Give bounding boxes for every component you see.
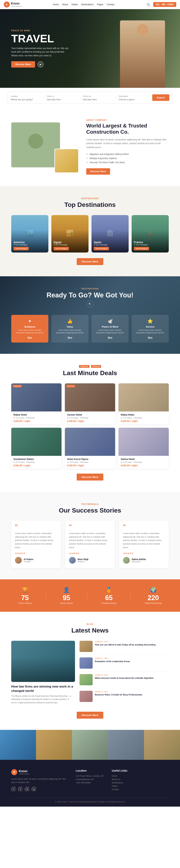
nav-home[interactable]: Home bbox=[53, 3, 59, 6]
dest-info: France 5 Tour Packages View Packages bbox=[132, 238, 169, 252]
hero-play-button[interactable]: ▶ bbox=[37, 61, 44, 67]
footer-link-about-anchor[interactable]: About Us bbox=[112, 778, 120, 780]
feature-title: Service bbox=[134, 326, 166, 328]
destination-spain[interactable]: 🏛️ Spain 3 Tour Packages View Packages bbox=[92, 215, 129, 252]
deal-image bbox=[119, 383, 169, 411]
deal-image bbox=[65, 428, 115, 456]
deal-badge: Featured bbox=[13, 385, 22, 388]
deal-location: A, 4.3 5-stars bbox=[121, 461, 132, 463]
news-item-title[interactable]: Business Plans: A Guide for Busy Profess… bbox=[95, 693, 169, 696]
stat-number: 75 bbox=[18, 594, 32, 601]
feature-more-button[interactable]: More bbox=[28, 337, 32, 339]
destinations-discover-button[interactable]: Discover More bbox=[77, 258, 103, 265]
deal-price: £180.00 / night bbox=[14, 420, 59, 423]
author-name: Salma Akhtar bbox=[132, 558, 146, 561]
nav-hotels[interactable]: Hotels bbox=[72, 3, 78, 6]
dest-button[interactable]: View Packages bbox=[14, 247, 29, 250]
news-item-date: October 21, 2024 bbox=[95, 641, 169, 643]
feature-desc: Lorem ipsum dolor sit amet, consectetur … bbox=[54, 329, 86, 334]
about-features: Migration and Integration Without Effort… bbox=[86, 152, 169, 164]
deals-header: Featured Discount Last Minute Deals bbox=[11, 365, 169, 377]
stat-label: Travel Industry bbox=[18, 602, 32, 604]
dest-info: Egypt 6 Tour Packages View Packages bbox=[51, 238, 88, 252]
destination-egypt[interactable]: 🏜️ Egypt 6 Tour Packages View Packages bbox=[51, 215, 88, 252]
logo-icon: K bbox=[4, 1, 10, 7]
news-tag: Blog bbox=[11, 623, 169, 625]
news-item-date: October 21, 2024 bbox=[95, 674, 169, 676]
footer-link-contact-anchor[interactable]: Contact bbox=[112, 788, 119, 790]
destination-input[interactable] bbox=[119, 98, 150, 101]
stories-tag: Testimonials bbox=[11, 503, 169, 505]
deals-discover-button[interactable]: Discover More bbox=[77, 473, 103, 480]
ready-search-icon[interactable]: 🔍 bbox=[87, 301, 93, 307]
social-linkedin[interactable]: in bbox=[25, 787, 30, 792]
nav-destinations[interactable]: Destinations bbox=[81, 3, 94, 6]
news-item-image bbox=[79, 657, 93, 669]
feature-value: 👍 Value Lorem ipsum dolor sit amet, cons… bbox=[51, 315, 88, 343]
deal-price: £180.00 / night bbox=[14, 464, 59, 467]
dest-button[interactable]: View Packages bbox=[134, 247, 149, 250]
news-featured: How law firms are winning new work in a … bbox=[11, 641, 75, 707]
gallery-item-3 bbox=[72, 730, 108, 760]
deal-reviews: 6 Reviews bbox=[80, 461, 88, 463]
news-item-title[interactable]: Evaluation of the Leadership Group bbox=[95, 660, 169, 663]
stat-label: Global Partnership bbox=[145, 602, 162, 604]
about-cta-button[interactable]: Discover More bbox=[86, 168, 110, 175]
story-text: Lorem ipsum dolor sit amet, consectetur … bbox=[123, 532, 165, 549]
footer-useful-links: Useful Links Home About Us Destinations … bbox=[112, 769, 169, 792]
nav-contact[interactable]: Contact bbox=[107, 3, 114, 6]
deals-grid: Featured Rabia Hotel A, 4.3 5-stars 6 Re… bbox=[11, 383, 169, 469]
feature-more-button[interactable]: More bbox=[108, 337, 112, 339]
logo[interactable]: K Knoor Travel Agency bbox=[4, 1, 22, 7]
author-role: Adventurer bbox=[132, 561, 146, 563]
nav-pages[interactable]: Pages bbox=[97, 3, 103, 6]
dest-name: Egypt bbox=[54, 241, 86, 244]
checkout-input[interactable] bbox=[83, 98, 114, 101]
checkin-input[interactable] bbox=[47, 98, 78, 101]
ready-section: Destinations Ready To Go? We Got You! 🔍 … bbox=[0, 276, 180, 354]
news-item-date: October 21, 2024 bbox=[95, 691, 169, 692]
deal-card-6: Salma Hotel A, 4.3 5-stars 3 Reviews £18… bbox=[119, 428, 169, 469]
destinations-grid: 🏙️ America 4 Tour Packages View Packages… bbox=[11, 215, 169, 252]
footer-link-hotels-anchor[interactable]: Hotels bbox=[112, 785, 118, 787]
feature-more-button[interactable]: More bbox=[68, 337, 72, 339]
dest-button[interactable]: View Packages bbox=[94, 247, 109, 250]
feature-guidance: ✦ Guidance Lorem ipsum dolor sit amet, c… bbox=[11, 315, 48, 343]
deal-info: Rabia Hotel A, 4.3 5-stars 6 Reviews £18… bbox=[11, 411, 61, 424]
search-bar: Location Check In Check out Destination … bbox=[7, 92, 173, 104]
hero-cta-button[interactable]: Discover More bbox=[11, 61, 35, 68]
deals-discover: Discover More bbox=[11, 473, 169, 480]
nav-phone: 001 - 999 - 03984 bbox=[153, 2, 176, 7]
about-content: About Company World Largest & Trusted Co… bbox=[86, 119, 169, 175]
feature-more-button[interactable]: More bbox=[148, 337, 152, 339]
about-small-image bbox=[54, 149, 79, 173]
location-input[interactable] bbox=[11, 98, 42, 101]
social-facebook[interactable]: f bbox=[11, 787, 17, 792]
global-icon: 🌍 bbox=[145, 587, 162, 593]
nav-about[interactable]: About bbox=[62, 3, 68, 6]
dest-button[interactable]: View Packages bbox=[54, 247, 69, 250]
social-twitter[interactable]: t bbox=[18, 787, 23, 792]
stat-number: 95 bbox=[60, 594, 73, 601]
deal-meta: A, 4.3 5-stars 3 Reviews bbox=[121, 461, 166, 463]
footer-link-dest-anchor[interactable]: Destinations bbox=[112, 781, 123, 784]
news-item-title[interactable]: How you can afford to take Friday off by… bbox=[95, 643, 169, 646]
search-submit-button[interactable]: Search bbox=[152, 94, 169, 101]
social-youtube[interactable]: yt bbox=[31, 787, 37, 792]
gallery-item-2 bbox=[36, 730, 72, 760]
footer-link-home-anchor[interactable]: Home bbox=[112, 775, 117, 777]
news-discover-button[interactable]: Discover More bbox=[77, 712, 103, 719]
stories-grid: " Lorem ipsum dolor sit amet, consectetu… bbox=[11, 521, 169, 568]
destination-france[interactable]: 🗼 France 5 Tour Packages View Packages bbox=[132, 215, 169, 252]
search-button[interactable]: 🔍 bbox=[146, 2, 151, 7]
deal-price: £180.00 / night bbox=[121, 420, 166, 423]
about-feature-3: Security The Most Traffic You Need bbox=[86, 160, 169, 164]
search-section: Location Check In Check out Destination … bbox=[0, 88, 180, 107]
stat-number: 220 bbox=[145, 594, 162, 601]
destination-america[interactable]: 🏙️ America 4 Tour Packages View Packages bbox=[11, 215, 48, 252]
checkout-field: Check out bbox=[83, 95, 114, 101]
feature-service: ⭐ Service Lorem ipsum dolor sit amet, co… bbox=[132, 315, 169, 343]
quote-icon: " bbox=[123, 525, 165, 529]
stat-awards: 🏅 65 Celebrity Awards bbox=[101, 587, 117, 604]
news-item-title[interactable]: What everyone needs to know about the Li… bbox=[95, 677, 169, 680]
